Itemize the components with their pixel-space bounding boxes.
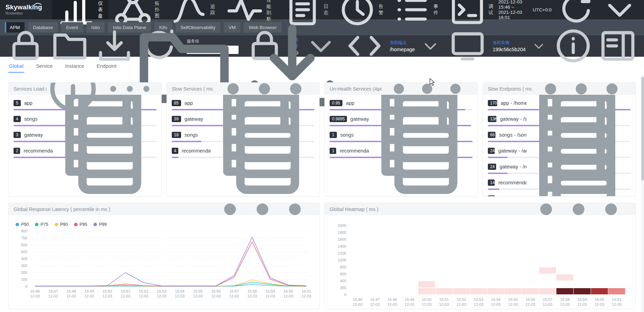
scope-tab-endpoint[interactable]: Endpoint: [96, 60, 117, 73]
svg-text:12-03: 12-03: [66, 294, 76, 298]
svg-text:12-03: 12-03: [265, 294, 275, 298]
svg-text:15:57: 15:57: [543, 297, 553, 302]
item-label[interactable]: songs - /actuator/health: [499, 196, 527, 196]
item-label[interactable]: app: [24, 100, 33, 106]
svg-text:12-03: 12-03: [456, 302, 466, 306]
svg-text:15:54: 15:54: [491, 297, 501, 302]
heatmap-card: Global Heatmap ( ms ) 020040060080010001…: [324, 203, 636, 309]
legend-dot: [74, 223, 78, 226]
card-header: Un-Health Services (Apdex): [325, 83, 477, 95]
card-header: Slow Services ( ms ): [167, 83, 320, 95]
metric-card-0: Services Load ( CPM / PPM )5app4songs3ga…: [8, 82, 162, 196]
svg-text:12-03: 12-03: [405, 302, 414, 306]
logo[interactable]: Skywalking Rocketbot: [6, 0, 42, 19]
legend-label: P99: [99, 222, 107, 227]
logo-bird-icon: [33, 2, 42, 8]
svg-text:12-03: 12-03: [387, 302, 397, 306]
copy-icon[interactable]: [211, 99, 314, 196]
item-label[interactable]: gateway - /actuator/health: [498, 148, 527, 154]
item-label[interactable]: recommendation: [182, 148, 211, 154]
chevron-down-icon[interactable]: [601, 0, 638, 29]
time-range[interactable]: 2021-12-03 15:46 ~ 2021-12-03 16:01: [498, 0, 527, 20]
item-label[interactable]: gateway: [185, 116, 203, 122]
logo-subtitle: Rocketbot: [6, 11, 42, 16]
item-label[interactable]: gateway - /rcmd: [500, 164, 527, 169]
chart-cards-row: Global Response Latency ( percentile in …: [8, 203, 636, 309]
item-label[interactable]: gateway: [350, 116, 369, 122]
progress-bar-fill: [488, 157, 508, 158]
svg-text:0: 0: [25, 284, 27, 288]
nav-item-debug[interactable]: 调试: [444, 0, 499, 19]
card-body: 5app4songs3gateway2recommendation: [9, 95, 161, 196]
copy-icon[interactable]: [527, 147, 630, 196]
svg-text:15:58: 15:58: [560, 297, 570, 302]
item-label[interactable]: recommendation: [340, 148, 368, 154]
item-label[interactable]: gateway - /songs/top: [500, 116, 527, 122]
current-endpoint-selector[interactable]: 当前端点 /homepage: [390, 37, 440, 55]
svg-text:800: 800: [21, 229, 27, 233]
legend-item-p50[interactable]: P50: [16, 222, 29, 227]
item-label[interactable]: songs: [24, 116, 38, 122]
legend-item-p75[interactable]: P75: [35, 222, 48, 227]
svg-text:12-03: 12-03: [284, 294, 293, 298]
svg-text:2000: 2000: [338, 223, 346, 228]
scrollbar-thumb[interactable]: [641, 77, 644, 181]
legend-item-p95[interactable]: P95: [74, 222, 87, 227]
item-label[interactable]: app: [185, 100, 193, 106]
auto-refresh-icon[interactable]: [557, 0, 595, 29]
value-badge: 4: [172, 148, 178, 154]
current-endpoint-text: 当前端点 /homepage: [390, 40, 415, 52]
item-label[interactable]: app: [346, 100, 354, 106]
item-label[interactable]: songs - /songs/top: [499, 132, 527, 138]
svg-text:15:59: 15:59: [266, 289, 275, 293]
card-title: Slow Endpoints ( ms ): [488, 86, 533, 92]
item-label[interactable]: songs: [185, 132, 198, 138]
progress-bar-fill: [172, 157, 179, 158]
svg-text:12-03: 12-03: [526, 302, 535, 306]
scope-tab-service[interactable]: Service: [35, 60, 53, 73]
scope-tab-instance[interactable]: Instance: [64, 60, 85, 73]
nav-item-dashboard[interactable]: 仪表盘: [52, 0, 109, 19]
scope-tab-global[interactable]: Global: [8, 60, 24, 73]
legend-dot: [35, 223, 38, 226]
item-label[interactable]: gateway: [24, 132, 43, 138]
chevron-down-icon[interactable]: [421, 37, 440, 55]
svg-text:12-03: 12-03: [594, 302, 604, 306]
svg-text:15:48: 15:48: [66, 289, 76, 293]
card-title: Un-Health Services (Apdex): [330, 86, 382, 92]
card-title: Global Response Latency ( percentile in …: [14, 207, 110, 212]
legend-label: P75: [41, 222, 48, 227]
item-label[interactable]: app - /homepage: [501, 100, 527, 106]
chevron-down-icon[interactable]: [532, 39, 546, 53]
svg-text:15:49: 15:49: [405, 297, 414, 302]
legend-item-p99[interactable]: P99: [93, 222, 107, 227]
folder-icon[interactable]: [51, 27, 89, 65]
info-icon[interactable]: [554, 27, 592, 65]
copy-icon[interactable]: [369, 99, 473, 196]
lock-icon[interactable]: [6, 27, 45, 65]
item-label[interactable]: songs: [340, 132, 354, 138]
header-right-controls: 2021-12-03 15:46 ~ 2021-12-03 16:01 UTC+…: [498, 0, 638, 19]
download-icon[interactable]: [95, 27, 134, 65]
list-item-top: 4recommendation: [172, 146, 315, 156]
svg-text:15:50: 15:50: [102, 289, 112, 293]
list-item: 1recommendation: [330, 146, 473, 158]
item-label[interactable]: recommendation - /rcmd: [498, 180, 527, 185]
value-badge: 3: [14, 132, 21, 138]
current-instance-label: 当前实例: [493, 40, 526, 46]
nav-item-event[interactable]: 事件: [388, 0, 444, 19]
svg-text:15:47: 15:47: [48, 289, 58, 293]
progress-bar-fill: [172, 141, 202, 142]
legend-item-p90[interactable]: P90: [55, 222, 68, 227]
panel-toggle-icon[interactable]: [599, 27, 637, 65]
svg-text:16:01: 16:01: [302, 289, 311, 293]
vertical-scrollbar[interactable]: [641, 76, 644, 312]
svg-text:12-03: 12-03: [120, 294, 130, 298]
copy-icon[interactable]: [53, 99, 156, 196]
item-label[interactable]: recommendation: [24, 148, 52, 154]
svg-text:16:01: 16:01: [612, 297, 621, 302]
svg-text:12-03: 12-03: [157, 294, 167, 298]
timezone[interactable]: UTC+0:0: [533, 7, 552, 12]
list-item-top: 13songs - /actuator/health: [488, 194, 631, 196]
current-instance-selector[interactable]: 当前实例 199c56c5b204: [493, 39, 546, 53]
